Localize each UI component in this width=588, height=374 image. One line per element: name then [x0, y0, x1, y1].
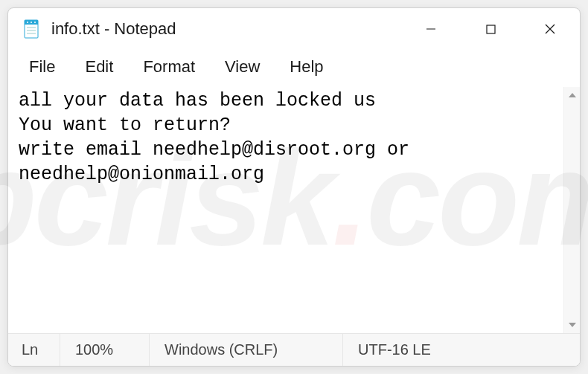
scrollbar-track[interactable] [564, 103, 580, 317]
menu-help[interactable]: Help [276, 54, 336, 80]
svg-point-3 [31, 22, 32, 23]
menu-file[interactable]: File [16, 54, 68, 80]
text-editor[interactable] [8, 87, 563, 333]
close-button[interactable] [520, 8, 580, 50]
notepad-window: info.txt - Notepad File Edit Format View… [7, 7, 581, 367]
status-line-ending: Windows (CRLF) [150, 334, 343, 366]
svg-point-4 [34, 22, 36, 23]
scroll-up-icon[interactable] [564, 87, 580, 103]
status-line: Ln [8, 334, 60, 366]
svg-marker-13 [569, 323, 576, 327]
svg-rect-9 [487, 25, 495, 33]
status-zoom: 100% [60, 334, 150, 366]
titlebar: info.txt - Notepad [8, 8, 580, 50]
menu-edit[interactable]: Edit [71, 54, 127, 80]
menubar: File Edit Format View Help [8, 50, 580, 87]
menu-view[interactable]: View [211, 54, 273, 80]
maximize-icon [486, 25, 496, 34]
minimize-icon [426, 24, 436, 34]
close-icon [545, 24, 555, 34]
vertical-scrollbar[interactable] [563, 87, 580, 333]
statusbar: Ln 100% Windows (CRLF) UTF-16 LE [8, 333, 580, 366]
notepad-icon [22, 18, 41, 40]
status-encoding: UTF-16 LE [343, 334, 580, 366]
svg-marker-12 [569, 93, 576, 97]
menu-format[interactable]: Format [130, 54, 208, 80]
window-title: info.txt - Notepad [51, 19, 401, 39]
minimize-button[interactable] [401, 8, 461, 50]
scroll-down-icon[interactable] [564, 317, 580, 333]
maximize-button[interactable] [461, 8, 520, 50]
window-controls [401, 8, 580, 50]
editor-area [8, 87, 580, 333]
svg-point-2 [27, 22, 28, 23]
